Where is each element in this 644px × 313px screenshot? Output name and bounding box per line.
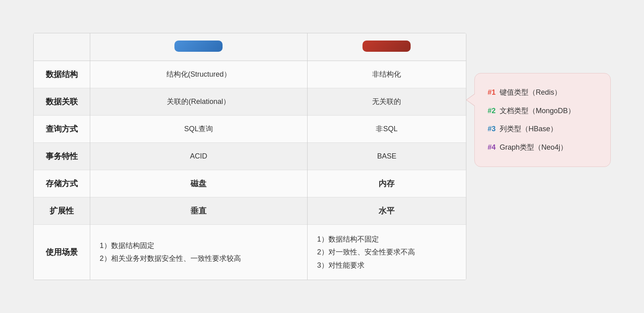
row-label: 数据关联 <box>34 88 90 115</box>
row-label: 事务特性 <box>34 142 90 170</box>
header-sql-cell <box>90 33 307 61</box>
callout-number: #4 <box>488 140 496 156</box>
table-row: 扩展性垂直水平 <box>34 197 466 224</box>
callout-text: 文档类型（MongoDB） <box>500 103 575 119</box>
header-nosql-cell <box>307 33 466 61</box>
callout-item: #3列类型（HBase） <box>488 121 597 137</box>
sql-value: 关联的(Relational） <box>90 88 307 115</box>
nosql-badge <box>363 41 411 52</box>
sql-value: 垂直 <box>90 197 307 224</box>
sql-value: 磁盘 <box>90 170 307 197</box>
sql-value: ACID <box>90 142 307 170</box>
callout-number: #2 <box>488 103 496 119</box>
table-body: 数据结构结构化(Structured）非结构化数据关联关联的(Relationa… <box>34 61 466 280</box>
table-row: 事务特性ACIDBASE <box>34 142 466 170</box>
sql-value: 结构化(Structured） <box>90 61 307 88</box>
table-row: 数据关联关联的(Relational）无关联的 <box>34 88 466 115</box>
header-row <box>34 33 466 61</box>
callout-number: #3 <box>488 121 496 137</box>
nosql-value: 内存 <box>307 170 466 197</box>
callout-wrapper: #1键值类型（Redis）#2文档类型（MongoDB）#3列类型（HBase）… <box>474 73 611 167</box>
callout-text: Graph类型（Neo4j） <box>500 140 567 156</box>
table-row: 使用场景1）数据结构固定2）相关业务对数据安全性、一致性要求较高1）数据结构不固… <box>34 224 466 280</box>
row-label: 使用场景 <box>34 224 90 280</box>
nosql-value: BASE <box>307 142 466 170</box>
callout-box: #1键值类型（Redis）#2文档类型（MongoDB）#3列类型（HBase）… <box>474 73 611 167</box>
table-row: 数据结构结构化(Structured）非结构化 <box>34 61 466 88</box>
nosql-value: 水平 <box>307 197 466 224</box>
comparison-table: 数据结构结构化(Structured）非结构化数据关联关联的(Relationa… <box>34 33 466 280</box>
sql-value: 1）数据结构固定2）相关业务对数据安全性、一致性要求较高 <box>90 224 307 280</box>
nosql-value: 非SQL <box>307 115 466 142</box>
callout-text: 键值类型（Redis） <box>500 85 561 101</box>
callout-number: #1 <box>488 85 496 101</box>
sql-value: SQL查询 <box>90 115 307 142</box>
callout-item: #2文档类型（MongoDB） <box>488 103 597 119</box>
page-container: 数据结构结构化(Structured）非结构化数据关联关联的(Relationa… <box>21 21 623 292</box>
table-row: 查询方式SQL查询非SQL <box>34 115 466 142</box>
row-label: 扩展性 <box>34 197 90 224</box>
callout-items: #1键值类型（Redis）#2文档类型（MongoDB）#3列类型（HBase）… <box>488 85 597 155</box>
nosql-value: 非结构化 <box>307 61 466 88</box>
row-label: 数据结构 <box>34 61 90 88</box>
sql-badge <box>174 41 223 52</box>
callout-item: #4Graph类型（Neo4j） <box>488 140 597 156</box>
table-row: 存储方式磁盘内存 <box>34 170 466 197</box>
header-empty-cell <box>34 33 90 61</box>
row-label: 存储方式 <box>34 170 90 197</box>
callout-item: #1键值类型（Redis） <box>488 85 597 101</box>
row-label: 查询方式 <box>34 115 90 142</box>
comparison-table-wrapper: 数据结构结构化(Structured）非结构化数据关联关联的(Relationa… <box>33 33 466 280</box>
nosql-value: 无关联的 <box>307 88 466 115</box>
nosql-value: 1）数据结构不固定2）对一致性、安全性要求不高3）对性能要求 <box>307 224 466 280</box>
callout-text: 列类型（HBase） <box>500 121 557 137</box>
